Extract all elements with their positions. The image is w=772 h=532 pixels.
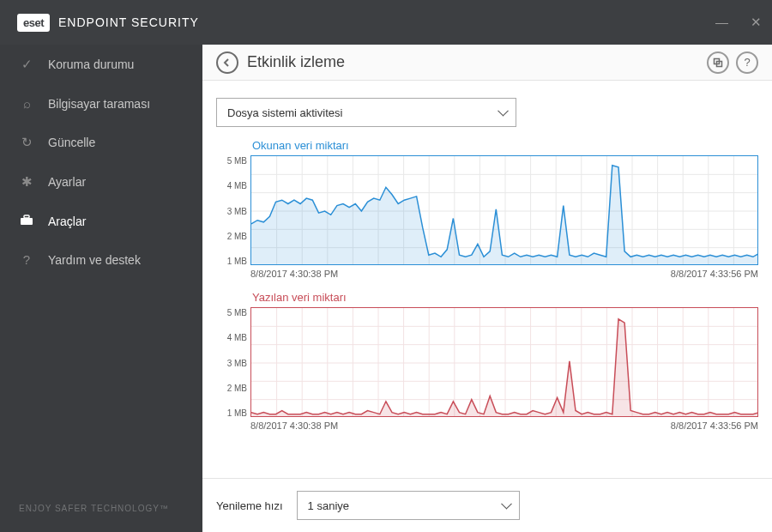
chart-write-yaxis: 5 MB 4 MB 3 MB 2 MB 1 MB <box>216 308 247 418</box>
sidebar-item-settings[interactable]: ✱ Ayarlar <box>0 162 202 202</box>
gear-icon: ✱ <box>19 174 34 190</box>
chart-read-title: Okunan veri miktarı <box>252 139 758 152</box>
sidebar-item-label: Ayarlar <box>48 175 86 189</box>
sidebar-footer: ENJOY SAFER TECHNOLOGY™ <box>0 485 202 532</box>
yaxis-tick: 5 MB <box>216 308 247 317</box>
svg-rect-0 <box>21 218 33 225</box>
search-icon: ⌕ <box>19 96 34 111</box>
sidebar-item-label: Bilgisayar taraması <box>48 97 150 111</box>
xaxis-start: 8/8/2017 4:30:38 PM <box>250 420 338 431</box>
back-button[interactable] <box>216 51 238 74</box>
refresh-select[interactable]: 1 saniye <box>297 491 520 520</box>
sidebar-item-update[interactable]: ↻ Güncelle <box>0 123 202 162</box>
toolbox-icon <box>19 214 34 228</box>
xaxis-end: 8/8/2017 4:33:56 PM <box>671 269 758 279</box>
close-button[interactable]: ✕ <box>751 15 762 30</box>
panel: Dosya sistemi aktivitesi Okunan veri mik… <box>202 81 772 439</box>
activity-select[interactable]: Dosya sistemi aktivitesi <box>216 98 516 127</box>
yaxis-tick: 4 MB <box>216 333 247 342</box>
window-controls: — ✕ <box>715 15 762 30</box>
bottom-bar: Yenileme hızı 1 saniye <box>202 478 772 532</box>
help-button[interactable]: ? <box>736 51 758 74</box>
activity-select-value: Dosya sistemi aktivitesi <box>227 106 342 119</box>
sidebar-item-tools[interactable]: Araçlar <box>0 202 202 240</box>
sidebar-item-scan[interactable]: ⌕ Bilgisayar taraması <box>0 84 202 123</box>
yaxis-tick: 2 MB <box>216 232 247 241</box>
content-header: Etkinlik izleme ? <box>202 45 772 81</box>
titlebar: eset ENDPOINT SECURITY — ✕ <box>0 0 772 45</box>
sidebar-item-label: Araçlar <box>48 215 86 228</box>
chart-read-yaxis: 5 MB 4 MB 3 MB 2 MB 1 MB <box>216 156 247 266</box>
chart-write-plot <box>250 307 758 417</box>
yaxis-tick: 3 MB <box>216 359 247 368</box>
help-icon: ? <box>19 252 34 267</box>
sidebar-item-label: Yardım ve destek <box>48 253 141 267</box>
refresh-select-value: 1 saniye <box>308 499 349 512</box>
sidebar-item-help[interactable]: ? Yardım ve destek <box>0 240 202 279</box>
product-name: ENDPOINT SECURITY <box>58 15 199 29</box>
yaxis-tick: 2 MB <box>216 384 247 393</box>
chart-write-xaxis: 8/8/2017 4:30:38 PM 8/8/2017 4:33:56 PM <box>250 420 758 431</box>
popout-button[interactable] <box>707 51 729 74</box>
refresh-label: Yenileme hızı <box>216 499 283 512</box>
yaxis-tick: 3 MB <box>216 207 247 216</box>
yaxis-tick: 5 MB <box>216 156 247 166</box>
refresh-icon: ↻ <box>19 135 34 150</box>
chart-read-xaxis: 8/8/2017 4:30:38 PM 8/8/2017 4:33:56 PM <box>250 269 758 279</box>
sidebar-item-protection[interactable]: ✓ Koruma durumu <box>0 45 202 84</box>
minimize-button[interactable]: — <box>715 15 728 30</box>
xaxis-start: 8/8/2017 4:30:38 PM <box>250 269 338 279</box>
content: Etkinlik izleme ? Dosya sistemi aktivite… <box>202 45 772 532</box>
yaxis-tick: 4 MB <box>216 181 247 190</box>
logo: eset <box>17 14 50 32</box>
yaxis-tick: 1 MB <box>216 408 247 418</box>
chart-write: Yazılan veri miktarı 5 MB 4 MB 3 MB 2 MB… <box>216 291 758 431</box>
sidebar: ✓ Koruma durumu ⌕ Bilgisayar taraması ↻ … <box>0 45 202 532</box>
check-icon: ✓ <box>19 57 34 72</box>
sidebar-item-label: Koruma durumu <box>48 57 134 71</box>
chart-write-title: Yazılan veri miktarı <box>252 291 758 304</box>
svg-rect-1 <box>24 215 29 218</box>
chart-read: Okunan veri miktarı 5 MB 4 MB 3 MB 2 MB … <box>216 139 758 279</box>
page-title: Etkinlik izleme <box>247 53 698 71</box>
brand: eset ENDPOINT SECURITY <box>17 14 199 32</box>
sidebar-item-label: Güncelle <box>48 136 95 149</box>
chart-read-plot <box>250 155 758 265</box>
yaxis-tick: 1 MB <box>216 257 247 266</box>
xaxis-end: 8/8/2017 4:33:56 PM <box>671 420 758 431</box>
